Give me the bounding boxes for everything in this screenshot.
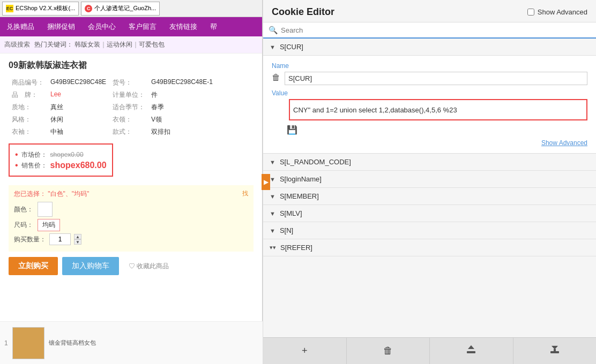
cookie-item-sn: ▼ S[N] [263,222,596,239]
field-label-brand: 品 牌： [9,89,47,101]
name-field-input[interactable] [285,72,587,85]
delete-icon[interactable]: 🗑 [272,73,280,82]
cookie-name-mlv: S[MLV] [280,209,302,217]
price-box: • 市场价： shopex0.00 • 销售价： shopex680.00 [9,143,113,177]
add-icon: + [302,345,308,357]
rec-item-name: 镶金背链高档女包 [49,339,96,347]
size-label: 尺码： [14,221,33,230]
cookie-search-input[interactable] [281,26,591,34]
chevron-icon-mlv: ▼ [270,210,275,217]
cookie-item-slrc-header[interactable]: ▼ S[L_RANDOM_CODE] [263,154,596,171]
show-advanced-label-top: Show Advanced [538,8,587,16]
taskbar-item-guozh[interactable]: C 个人渗透笔记_GuoZh... [81,2,160,16]
chevron-icon-sn: ▼ [270,228,275,234]
market-price-bullet: • [15,150,18,160]
sale-price-label: 销售价： [21,161,47,170]
field-label-season: 适合季节： [109,101,148,113]
rec-item-image [12,327,44,359]
product-title: 09新款韩版淑连衣裙 [9,60,254,71]
import-cookie-button[interactable] [430,338,513,364]
hot-keyword-3[interactable]: 可爱包包 [139,41,165,48]
more-link[interactable]: 找 [242,189,248,198]
ecshop-favicon: EC [6,5,13,12]
search-bar-strip: 高级搜索 热门关键词： 韩版女装｜运动休闲｜可爱包包 [0,36,262,54]
qty-row: 购买数量： ▲ ▼ [14,233,248,245]
cookie-search-bar: 🔍 [263,22,596,39]
nav-item-bundle[interactable]: 捆绑促销 [41,17,81,36]
field-label-design: 款式： [109,126,148,138]
field-value-style: 休闲 [47,113,109,126]
cookie-item-smember: ▼ S[MEMBER] [263,188,596,205]
search-icon: 🔍 [269,26,278,34]
name-field-label: Name [272,62,587,70]
field-label-material: 质地： [9,101,47,113]
field-label-sku: 商品编号： [9,77,47,89]
hot-keywords: 热门关键词： 韩版女装｜运动休闲｜可爱包包 [34,40,165,49]
show-advanced-link[interactable]: Show Advanced [272,137,587,149]
taskbar-item-ecshop[interactable]: EC ECShop V2.X.x模板(... [2,2,79,16]
nav-bar: 兑换赠品 捆绑促销 会员中心 客户留言 友情链接 帮 [0,17,262,36]
field-value-sku: G49B9EC298C48E [47,77,109,89]
cookie-name-scur: S[CUR] [280,43,303,51]
qty-arrows: ▲ ▼ [74,234,81,245]
cookie-editor-panel: Cookie Editor Show Advanced 🔍 ▼ S[CUR] N… [263,0,596,364]
advanced-search-label[interactable]: 高级搜索 [4,40,30,49]
color-swatch-white[interactable] [38,202,53,217]
left-panel: EC ECShop V2.X.x模板(... C 个人渗透笔记_GuoZh...… [0,0,263,364]
chevron-down-icon: ▼ [270,44,275,50]
qty-down-arrow[interactable]: ▼ [74,239,81,245]
delete-cookie-button[interactable]: 🗑 [347,338,430,364]
hot-keyword-2[interactable]: 运动休闲 [107,41,132,48]
nav-item-help[interactable]: 帮 [204,17,224,36]
color-label: 颜色： [14,205,33,214]
save-icon[interactable]: 💾 [287,125,297,135]
cookie-editor-title: Cookie Editor [272,6,334,18]
add-to-cart-button[interactable]: 加入购物车 [62,257,119,275]
side-panel-arrow[interactable]: ▶ [262,174,263,190]
favorite-button[interactable]: ♡ 收藏此商品 [129,262,169,271]
sale-price-bullet: • [15,161,18,170]
field-value-material: 真丝 [47,101,109,113]
buy-now-button[interactable]: 立刻购买 [9,257,58,275]
field-value-season: 春季 [148,101,216,113]
market-price-value: shopex0.00 [50,151,84,158]
cookie-name-srefer: S[REFER] [280,244,312,252]
add-cookie-button[interactable]: + [263,338,347,364]
export-cookie-button[interactable] [513,338,597,364]
cookie-item-sloginname: ▼ S[loginName] [263,171,596,188]
cookie-name-loginname: S[loginName] [280,175,322,183]
taskbar: EC ECShop V2.X.x模板(... C 个人渗透笔记_GuoZh... [0,0,262,17]
chrome-favicon: C [85,5,92,12]
cookie-item-srefer-header[interactable]: ▾▾ S[REFER] [263,239,596,256]
nav-item-exchange[interactable]: 兑换赠品 [0,17,41,36]
chevron-right-icon: ▼ [270,159,275,165]
show-advanced-checkbox[interactable] [527,9,534,16]
field-value-brand: Lee [47,89,109,101]
market-price-label: 市场价： [21,150,47,160]
cookie-item-smember-header[interactable]: ▼ S[MEMBER] [263,188,596,205]
nav-item-feedback[interactable]: 客户留言 [122,17,163,36]
bottom-recommendation: 1 镶金背链高档女包 [0,321,263,364]
product-area: 09新款韩版淑连衣裙 商品编号： G49B9EC298C48E 货号： G49B… [0,54,262,364]
cookie-footer: + 🗑 [263,337,596,364]
name-field-row: 🗑 [272,72,587,85]
size-button-uniform[interactable]: 均码 [38,219,60,231]
qty-input[interactable] [49,233,71,245]
sale-price-value: shopex680.00 [50,161,107,170]
qty-up-arrow[interactable]: ▲ [74,234,81,239]
selection-value: "白色"、"均码" [48,190,89,198]
nav-item-member[interactable]: 会员中心 [81,17,122,36]
nav-item-links[interactable]: 友情链接 [163,17,204,36]
svg-marker-1 [468,345,474,349]
size-row: 尺码： 均码 [14,219,248,231]
cookie-item-smlv-header[interactable]: ▼ S[MLV] [263,205,596,222]
delete-icon: 🗑 [383,345,393,357]
cookie-item-sloginname-header[interactable]: ▼ S[loginName] [263,171,596,188]
selection-box: 您已选择： "白色"、"均码" 找 颜色： 尺码： 均码 购买数量： ▲ [9,185,254,252]
value-field-input[interactable] [289,99,587,120]
cookie-item-sn-header[interactable]: ▼ S[N] [263,222,596,239]
taskbar-title-guozh: 个人渗透笔记_GuoZh... [94,4,156,12]
cookie-item-scur-header[interactable]: ▼ S[CUR] [263,39,596,56]
show-advanced-top[interactable]: Show Advanced [527,8,587,16]
hot-keyword-1[interactable]: 韩版女装 [74,41,100,48]
